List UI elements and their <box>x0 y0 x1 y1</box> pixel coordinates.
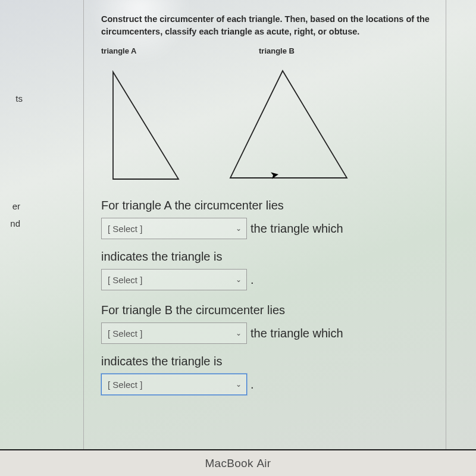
triangle-a-label: triangle A <box>101 46 259 55</box>
chevron-down-icon: ⌄ <box>236 224 242 233</box>
question-a-suffix2: . <box>250 271 254 289</box>
svg-marker-0 <box>113 72 178 179</box>
device-label: MacBook Air <box>205 457 271 470</box>
question-a-line2: indicates the triangle is <box>101 248 431 265</box>
sidebar-fragment-2: er <box>0 200 23 212</box>
laptop-bezel: MacBook Air <box>0 449 476 476</box>
question-b-suffix2: . <box>250 375 254 393</box>
chevron-down-icon: ⌄ <box>236 275 242 284</box>
sidebar-fragment-1: ts <box>0 92 25 105</box>
triangle-a-figure <box>101 66 190 182</box>
chevron-down-icon: ⌄ <box>236 380 242 389</box>
instructions-text: Construct the circumcenter of each trian… <box>101 13 431 38</box>
question-b-line1: For triangle B the circumcenter lies <box>101 301 431 319</box>
select-placeholder: [ Select ] <box>108 275 142 285</box>
column-divider-right <box>446 0 446 449</box>
screen: ts er nd Construct the circumcenter of e… <box>0 0 476 476</box>
triangle-b-figure <box>223 66 354 182</box>
question-a-select-position[interactable]: [ Select ] ⌄ <box>101 218 247 239</box>
chevron-down-icon: ⌄ <box>236 329 242 337</box>
question-b-line2: indicates the triangle is <box>101 352 431 370</box>
sidebar-fragment-3: nd <box>0 217 23 230</box>
select-placeholder: [ Select ] <box>108 224 142 234</box>
svg-marker-1 <box>230 71 347 178</box>
question-a-suffix1: the triangle which <box>250 220 343 237</box>
triangles-figure: ➤ <box>101 60 431 182</box>
column-divider-left <box>83 0 84 449</box>
question-b-block: For triangle B the circumcenter lies [ S… <box>101 301 431 395</box>
question-content: Construct the circumcenter of each trian… <box>89 0 443 449</box>
question-b-suffix1: the triangle which <box>250 324 343 342</box>
triangle-b-label: triangle B <box>259 46 295 55</box>
question-a-line1: For triangle A the circumcenter lies <box>101 196 431 214</box>
question-a-block: For triangle A the circumcenter lies [ S… <box>101 196 431 290</box>
select-placeholder: [ Select ] <box>108 328 142 339</box>
question-b-select-position[interactable]: [ Select ] ⌄ <box>101 322 247 344</box>
select-placeholder: [ Select ] <box>108 380 142 390</box>
question-a-select-type[interactable]: [ Select ] ⌄ <box>101 269 247 290</box>
question-b-select-type[interactable]: [ Select ] ⌄ <box>101 374 247 395</box>
triangle-labels-row: triangle A triangle B <box>101 46 431 55</box>
left-sidebar: ts er nd <box>0 0 25 476</box>
